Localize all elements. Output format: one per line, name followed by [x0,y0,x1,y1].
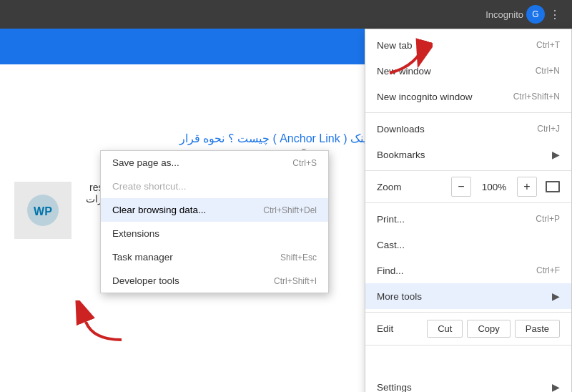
menu-divider-4 [365,312,571,313]
create-shortcut-label: Create shortcut... [112,181,187,192]
print-shortcut: Ctrl+P [536,214,560,224]
chrome-menu-item-incognito[interactable]: New incognito window Ctrl+Shift+N [365,84,571,109]
extensions-label: Extensions [112,228,159,239]
new-tab-shortcut: Ctrl+T [536,40,560,50]
downloads-label: Downloads [377,124,537,134]
edit-label: Edit [377,323,423,334]
print-label: Print... [377,214,536,225]
devtools-shortcut: Ctrl+Shift+I [274,276,317,286]
chrome-menu-item-bookmarks[interactable]: Bookmarks ▶ [365,142,571,167]
save-page-shortcut: Ctrl+S [292,158,317,168]
incognito-label: Incognito [485,9,523,20]
new-incognito-label: New incognito window [377,92,513,102]
chrome-menu: New tab Ctrl+T New window Ctrl+N New inc… [365,29,572,392]
more-tools-arrow-icon: ▶ [552,290,560,302]
zoom-fullscreen-button[interactable] [546,181,560,192]
red-arrow-left-icon [72,300,129,346]
task-manager-shortcut: Shift+Esc [280,253,317,263]
zoom-control: Zoom − 100% + [365,174,571,200]
task-manager-label: Task manager [112,252,173,263]
chrome-menu-item-settings[interactable] [365,348,571,374]
zoom-buttons: − 100% + [451,177,560,197]
svg-text:WP: WP [34,205,52,217]
chrome-menu-item-cast[interactable]: Cast... [365,232,571,258]
zoom-value: 100% [480,182,508,192]
downloads-shortcut: Ctrl+J [537,124,560,134]
more-vert-icon[interactable]: ⋮ [545,4,565,24]
help-label: Settings [377,382,549,393]
bookmarks-arrow-icon: ▶ [552,149,560,160]
context-menu: Save page as... Ctrl+S Create shortcut..… [100,150,329,293]
cut-button[interactable]: Cut [427,320,463,338]
copy-button[interactable]: Copy [467,320,510,338]
save-page-label: Save page as... [112,157,179,168]
bookmarks-label: Bookmarks [377,150,549,160]
find-shortcut: Ctrl+F [536,265,560,275]
browser-top-bar: Incognito G ⋮ [0,0,572,29]
help-arrow-icon: ▶ [552,381,560,392]
paste-button[interactable]: Paste [515,320,560,338]
devtools-label: Developer tools [112,275,179,286]
cast-label: Cast... [377,240,560,250]
zoom-plus-button[interactable]: + [517,177,537,197]
zoom-label: Zoom [377,182,402,192]
chrome-menu-item-help[interactable]: Settings ▶ [365,374,571,392]
clear-browsing-shortcut: Ctrl+Shift+Del [263,205,317,215]
chrome-menu-item-downloads[interactable]: Downloads Ctrl+J [365,116,571,142]
menu-divider-1 [365,112,571,113]
browser-window: Incognito G ⋮ ورونه وردپرس صفح جامه انکر… [0,0,572,392]
new-incognito-shortcut: Ctrl+Shift+N [513,92,560,102]
chrome-menu-item-more-tools[interactable]: More tools ▶ [365,283,571,309]
new-window-shortcut: Ctrl+N [536,66,560,76]
menu-divider-5 [365,345,571,346]
context-menu-item-clear[interactable]: Clear browsing data... Ctrl+Shift+Del [101,198,328,222]
chrome-menu-item-find[interactable]: Find... Ctrl+F [365,258,571,283]
red-arrow-right-icon [383,30,433,79]
post-thumbnail: WP [14,182,72,239]
menu-divider-3 [365,202,571,203]
wordpress-logo-icon: WP [25,192,61,228]
find-label: Find... [377,265,536,276]
menu-divider-2 [365,170,571,171]
context-menu-item-save[interactable]: Save page as... Ctrl+S [101,151,328,175]
context-menu-item-shortcut: Create shortcut... [101,175,328,198]
context-menu-item-extensions[interactable]: Extensions [101,222,328,245]
context-menu-item-devtools[interactable]: Developer tools Ctrl+Shift+I [101,269,328,293]
profile-avatar[interactable]: G [526,5,545,24]
zoom-minus-button[interactable]: − [451,177,471,197]
chrome-menu-item-print[interactable]: Print... Ctrl+P [365,206,571,232]
more-tools-label: More tools [377,291,549,302]
edit-row: Edit Cut Copy Paste [365,315,571,342]
context-menu-item-task-manager[interactable]: Task manager Shift+Esc [101,245,328,269]
clear-browsing-label: Clear browsing data... [112,205,206,215]
